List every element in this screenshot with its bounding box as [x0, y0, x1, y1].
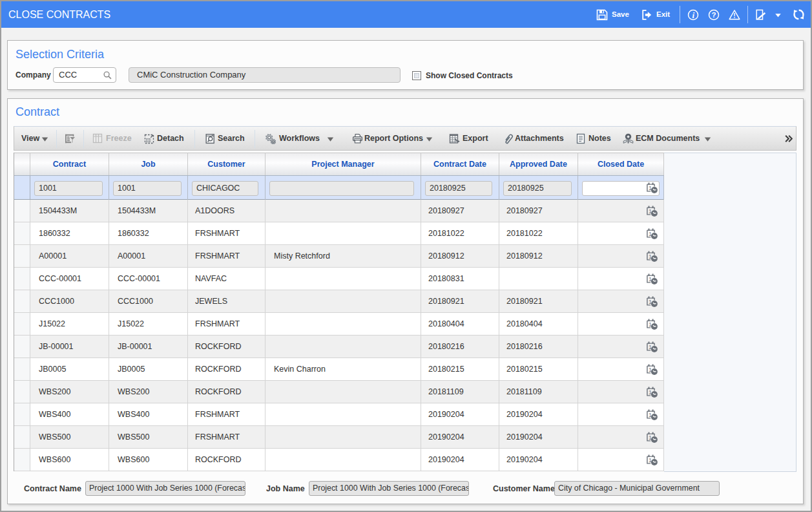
- svg-text:i: i: [692, 10, 694, 20]
- svg-text:!: !: [733, 12, 735, 19]
- svg-text:?: ?: [711, 11, 716, 19]
